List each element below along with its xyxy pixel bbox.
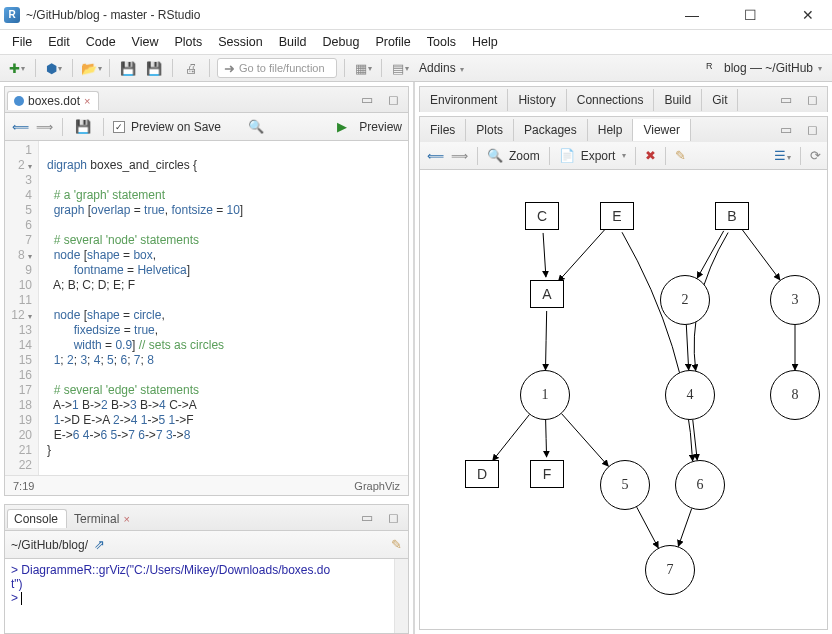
minimize-pane-icon[interactable]: ▭ — [775, 119, 797, 141]
menu-plots[interactable]: Plots — [174, 35, 202, 49]
menu-bar: File Edit Code View Plots Session Build … — [0, 30, 832, 54]
menu-code[interactable]: Code — [86, 35, 116, 49]
menu-debug[interactable]: Debug — [323, 35, 360, 49]
separator — [549, 147, 550, 165]
separator — [665, 147, 666, 165]
chevron-down-icon: ▾ — [817, 64, 822, 73]
maximize-pane-icon[interactable]: ◻ — [801, 119, 823, 141]
menu-tools[interactable]: Tools — [427, 35, 456, 49]
tab-packages[interactable]: Packages — [514, 119, 588, 141]
save-source-button[interactable]: 💾 — [72, 116, 94, 138]
minimize-pane-icon[interactable]: ▭ — [775, 89, 797, 111]
preview-on-save-checkbox[interactable]: ✓ — [113, 121, 125, 133]
preview-button[interactable]: Preview — [359, 120, 402, 134]
viewer-fwd-button[interactable]: ⟹ — [450, 147, 468, 165]
export-icon: 📄 — [559, 148, 575, 163]
graph-box-B: B — [715, 202, 749, 230]
wd-popout-icon[interactable]: ⇗ — [94, 537, 105, 552]
tab-plots[interactable]: Plots — [466, 119, 514, 141]
open-file-button[interactable]: 📂▾ — [80, 57, 102, 79]
minimize-pane-icon[interactable]: ▭ — [356, 507, 378, 529]
menu-build[interactable]: Build — [279, 35, 307, 49]
project-selector[interactable]: R blog — ~/GitHub ▾ — [702, 61, 826, 75]
clear-viewer-button[interactable]: ✎ — [675, 148, 686, 163]
minimize-pane-icon[interactable]: ▭ — [356, 89, 378, 111]
menu-edit[interactable]: Edit — [48, 35, 70, 49]
close-tab-icon[interactable]: × — [123, 513, 129, 525]
graph-box-C: C — [525, 202, 559, 230]
tab-connections[interactable]: Connections — [567, 89, 655, 111]
minimize-button[interactable]: — — [672, 7, 712, 23]
tab-viewer[interactable]: Viewer — [633, 119, 690, 141]
code-area[interactable]: digraph boxes_and_circles { # a 'graph' … — [39, 141, 243, 475]
goto-file-function-input[interactable]: ➜ Go to file/function — [217, 58, 337, 78]
find-button[interactable]: 🔍 — [245, 116, 267, 138]
nav-fwd-button[interactable]: ⟹ — [35, 118, 53, 136]
main-toolbar: ✚▾ ⬢▾ 📂▾ 💾 💾 🖨 ➜ Go to file/function ▦▾ … — [0, 54, 832, 82]
graph-circle-7: 7 — [645, 545, 695, 595]
maximize-button[interactable]: ☐ — [730, 7, 770, 23]
sync-button[interactable]: ☰▾ — [774, 148, 791, 163]
close-button[interactable]: ✕ — [788, 7, 828, 23]
menu-session[interactable]: Session — [218, 35, 262, 49]
menu-profile[interactable]: Profile — [375, 35, 410, 49]
zoom-button[interactable]: Zoom — [509, 149, 540, 163]
graph-box-F: F — [530, 460, 564, 488]
save-button[interactable]: 💾 — [117, 57, 139, 79]
project-label: blog — ~/GitHub — [724, 61, 813, 75]
grid-button[interactable]: ▦▾ — [352, 57, 374, 79]
clear-console-icon[interactable]: ✎ — [391, 537, 402, 552]
graph-box-D: D — [465, 460, 499, 488]
menu-view[interactable]: View — [132, 35, 159, 49]
remove-viewer-item-button[interactable]: ✖ — [645, 148, 656, 163]
tab-files[interactable]: Files — [420, 119, 466, 141]
language-mode[interactable]: GraphViz — [354, 480, 400, 492]
tab-help[interactable]: Help — [588, 119, 634, 141]
graph-circle-8: 8 — [770, 370, 820, 420]
viewer-back-button[interactable]: ⟸ — [426, 147, 444, 165]
graph-circle-4: 4 — [665, 370, 715, 420]
console-scrollbar[interactable] — [394, 559, 408, 633]
top-right-tabs: Environment History Connections Build Gi… — [419, 86, 828, 112]
console-output[interactable]: > DiagrammeR::grViz("C:/Users/Mikey/Down… — [5, 559, 408, 633]
editor-toolbar: ⟸ ⟹ 💾 ✓ Preview on Save 🔍 ▶ Preview — [5, 113, 408, 141]
menu-help[interactable]: Help — [472, 35, 498, 49]
goto-arrow-icon: ➜ — [224, 61, 235, 76]
close-tab-icon[interactable]: × — [84, 95, 90, 107]
separator — [477, 147, 478, 165]
tab-console[interactable]: Console — [7, 509, 67, 528]
tab-history[interactable]: History — [508, 89, 566, 111]
separator — [381, 59, 382, 77]
print-button[interactable]: 🖨 — [180, 57, 202, 79]
refresh-button[interactable]: ⟳ — [810, 148, 821, 163]
separator — [103, 118, 104, 136]
tab-boxes-dot[interactable]: boxes.dot × — [7, 91, 99, 110]
tab-environment[interactable]: Environment — [420, 89, 508, 111]
window-title: ~/GitHub/blog - master - RStudio — [26, 8, 672, 22]
menu-file[interactable]: File — [12, 35, 32, 49]
working-dir[interactable]: ~/GitHub/blog/ — [11, 538, 88, 552]
maximize-pane-icon[interactable]: ◻ — [382, 89, 404, 111]
save-all-button[interactable]: 💾 — [143, 57, 165, 79]
tab-git[interactable]: Git — [702, 89, 738, 111]
export-button[interactable]: Export — [581, 149, 616, 163]
graph-circle-6: 6 — [675, 460, 725, 510]
new-project-button[interactable]: ⬢▾ — [43, 57, 65, 79]
maximize-pane-icon[interactable]: ◻ — [801, 89, 823, 111]
zoom-icon: 🔍 — [487, 148, 503, 163]
separator — [109, 59, 110, 77]
viewer-toolbar: ⟸ ⟹ 🔍 Zoom 📄 Export▾ ✖ ✎ ☰▾ ⟳ — [419, 142, 828, 170]
new-file-button[interactable]: ✚▾ — [6, 57, 28, 79]
maximize-pane-icon[interactable]: ◻ — [382, 507, 404, 529]
tab-terminal[interactable]: Terminal × — [67, 509, 139, 528]
preview-run-icon[interactable]: ▶ — [331, 116, 353, 138]
tab-build[interactable]: Build — [654, 89, 702, 111]
code-editor[interactable]: 12 ▾345678 ▾9101112 ▾1314151617181920212… — [5, 141, 408, 475]
nav-back-button[interactable]: ⟸ — [11, 118, 29, 136]
console-toolbar: ~/GitHub/blog/ ⇗ ✎ — [5, 531, 408, 559]
addins-button[interactable]: Addins ▾ — [415, 61, 468, 75]
separator — [172, 59, 173, 77]
project-icon: R — [706, 61, 720, 75]
graph-circle-3: 3 — [770, 275, 820, 325]
pane-layout-button[interactable]: ▤▾ — [389, 57, 411, 79]
